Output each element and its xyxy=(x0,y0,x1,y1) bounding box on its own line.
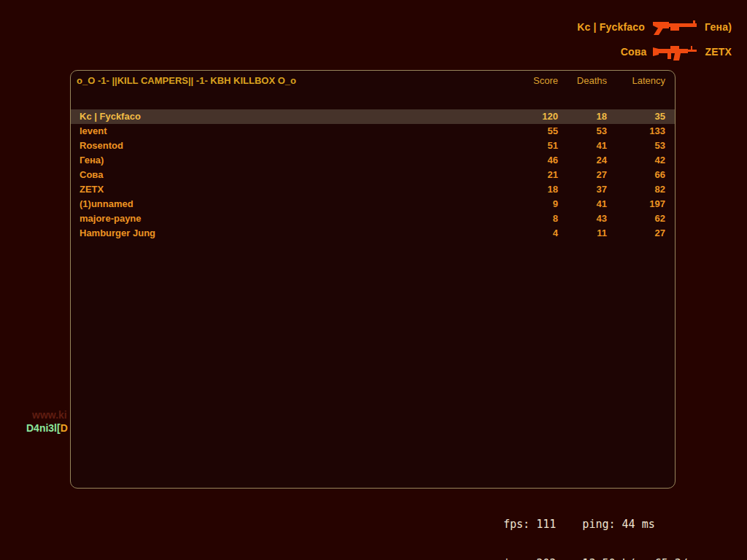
player-list: Kc | Fyckfaco 120 18 35 levent 55 53 133… xyxy=(71,109,675,241)
column-header-latency: Latency xyxy=(607,75,665,109)
player-name: Гена) xyxy=(80,153,485,168)
scoreboard-header: o_O -1- ||KILL CAMPERS|| -1- KBH KILLBOX… xyxy=(71,71,675,109)
player-name: Kc | Fyckfaco xyxy=(80,109,485,124)
player-latency: 133 xyxy=(607,124,665,139)
player-name: Сова xyxy=(80,168,485,182)
player-latency: 27 xyxy=(607,226,665,241)
scoreboard-row: Rosentod 51 41 53 xyxy=(71,139,675,153)
scoreboard-row: ZETX 18 37 82 xyxy=(71,182,675,197)
player-deaths: 37 xyxy=(558,182,607,197)
player-name: Rosentod xyxy=(80,139,485,153)
player-score: 55 xyxy=(485,124,558,139)
scoreboard-row: Гена) 46 24 42 xyxy=(71,153,675,168)
player-tag-orange: D xyxy=(61,422,68,434)
player-deaths: 41 xyxy=(558,197,607,211)
kill-feed-entry: Kc | Fyckfaco Гена) xyxy=(577,15,732,39)
player-deaths: 18 xyxy=(558,109,607,124)
kill-feed-entry: Сова ZETX xyxy=(621,39,732,64)
player-name: ZETX xyxy=(80,182,485,197)
player-name: majore-payne xyxy=(80,211,485,226)
scoreboard-row: majore-payne 8 43 62 xyxy=(71,211,675,226)
player-deaths: 53 xyxy=(558,124,607,139)
player-score: 18 xyxy=(485,182,558,197)
player-tag-green: D4ni3l[ xyxy=(26,422,61,434)
scoreboard-row: Сова 21 27 66 xyxy=(71,168,675,182)
scoreboard-row: levent 55 53 133 xyxy=(71,124,675,139)
player-tag-text: D4ni3l[D xyxy=(26,422,68,434)
net-graph: fps: 111 ping: 44 ms in : 202 13.50 k/s … xyxy=(503,491,694,560)
player-score: 120 xyxy=(485,109,558,124)
victim-name: Гена) xyxy=(705,21,732,33)
player-name: (1)unnamed xyxy=(80,197,485,211)
net-graph-line: fps: 111 ping: 44 ms xyxy=(503,518,694,531)
killer-name: Сова xyxy=(621,46,647,58)
killer-name: Kc | Fyckfaco xyxy=(577,21,645,33)
column-header-deaths: Deaths xyxy=(558,75,607,109)
player-deaths: 11 xyxy=(558,226,607,241)
player-deaths: 27 xyxy=(558,168,607,182)
player-latency: 35 xyxy=(607,109,665,124)
scoreboard-panel: o_O -1- ||KILL CAMPERS|| -1- KBH KILLBOX… xyxy=(70,70,676,489)
victim-name: ZETX xyxy=(705,46,732,58)
player-score: 21 xyxy=(485,168,558,182)
rifle-icon xyxy=(653,40,698,63)
player-deaths: 41 xyxy=(558,139,607,153)
column-header-score: Score xyxy=(485,75,558,109)
player-latency: 197 xyxy=(607,197,665,211)
player-latency: 82 xyxy=(607,182,665,197)
scoreboard-row: (1)unnamed 9 41 197 xyxy=(71,197,675,211)
player-name: Hamburger Jung xyxy=(80,226,485,241)
scoreboard-row: Hamburger Jung 4 11 27 xyxy=(71,226,675,241)
shotgun-icon xyxy=(651,16,698,38)
spray-url-text: www.ki xyxy=(32,409,67,421)
player-latency: 66 xyxy=(607,168,665,182)
player-name: levent xyxy=(80,124,485,139)
player-deaths: 24 xyxy=(558,153,607,168)
player-latency: 42 xyxy=(607,153,665,168)
player-latency: 62 xyxy=(607,211,665,226)
player-score: 9 xyxy=(485,197,558,211)
player-score: 4 xyxy=(485,226,558,241)
server-title: o_O -1- ||KILL CAMPERS|| -1- KBH KILLBOX… xyxy=(77,75,485,109)
player-latency: 53 xyxy=(607,139,665,153)
net-graph-line: in : 202 13.50 k/s 65.3/s xyxy=(503,557,694,560)
player-score: 46 xyxy=(485,153,558,168)
scoreboard-row: Kc | Fyckfaco 120 18 35 xyxy=(71,109,675,124)
player-score: 51 xyxy=(485,139,558,153)
player-deaths: 43 xyxy=(558,211,607,226)
player-score: 8 xyxy=(485,211,558,226)
